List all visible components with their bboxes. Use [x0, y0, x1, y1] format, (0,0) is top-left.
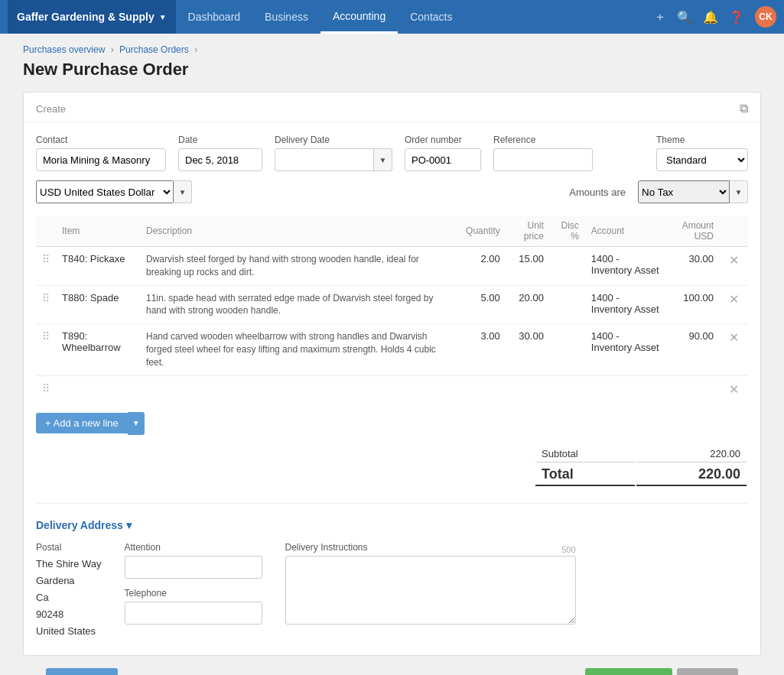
tax-select[interactable]: No Tax Tax Inclusive Tax Exclusive — [638, 180, 730, 203]
user-avatar[interactable]: CK — [755, 6, 776, 28]
help-icon[interactable]: ❓ — [729, 10, 744, 24]
breadcrumb-purchases[interactable]: Purchases overview — [23, 44, 105, 55]
item-account-cell: 1400 - Inventory Asset — [585, 324, 665, 375]
date-label: Date — [178, 135, 262, 145]
subtotal-value: 220.00 — [636, 446, 747, 462]
currency-group: USD United States Dollar ▼ — [36, 180, 192, 203]
contact-label: Contact — [36, 135, 166, 145]
date-group: Date — [178, 135, 262, 171]
col-amount: Amount USD — [665, 216, 720, 247]
form-row-1: Contact Date Delivery Date ▼ Order numbe… — [24, 122, 760, 171]
attention-input[interactable] — [125, 556, 262, 579]
delivery-section: Delivery Address ▾ Postal The Shire Way … — [24, 504, 760, 640]
delivery-header-icon: ▾ — [126, 519, 132, 531]
char-count: 500 — [561, 545, 575, 554]
navbar: Gaffer Gardening & Supply ▼ Dashboard Bu… — [0, 0, 784, 34]
brand-chevron-icon: ▼ — [159, 13, 167, 21]
col-desc: Description — [140, 216, 460, 247]
order-number-input[interactable] — [405, 148, 481, 171]
footer-actions: Save ▼ Approve ▼ Cancel — [23, 656, 761, 675]
delivery-date-label: Delivery Date — [275, 135, 392, 145]
nav-dashboard[interactable]: Dashboard — [176, 0, 253, 34]
approve-group: Approve ▼ — [585, 668, 672, 675]
table-row: ⠿ T840: Pickaxe Dwarvish steel forged by… — [36, 247, 748, 286]
approve-button[interactable]: Approve — [585, 668, 652, 675]
remove-row-button[interactable]: ✕ — [726, 253, 742, 268]
telephone-label: Telephone — [125, 588, 262, 599]
col-item: Item — [56, 216, 140, 247]
item-account-cell: 1400 - Inventory Asset — [585, 247, 665, 286]
reference-input[interactable] — [493, 148, 593, 171]
nav-accounting[interactable]: Accounting — [320, 0, 398, 34]
item-qty-cell: 5.00 — [460, 285, 506, 324]
item-name-cell: T880: Spade — [56, 285, 140, 324]
nav-contacts[interactable]: Contacts — [398, 0, 464, 34]
approve-dropdown-btn[interactable]: ▼ — [652, 668, 672, 675]
delivery-date-field: ▼ — [275, 148, 392, 171]
remove-row-button[interactable]: ✕ — [726, 330, 742, 345]
expand-icon[interactable]: ⧉ — [740, 102, 748, 115]
delivery-address-header[interactable]: Delivery Address ▾ — [36, 519, 132, 531]
delivery-postal: Postal The Shire Way Gardena Ca 90248 Un… — [36, 542, 102, 640]
item-qty-cell: 2.00 — [460, 247, 506, 286]
order-number-group: Order number — [405, 135, 481, 171]
reference-group: Reference — [493, 135, 593, 171]
save-group: Save ▼ — [46, 668, 118, 675]
nav-links: Dashboard Business Accounting Contacts — [176, 0, 654, 34]
delivery-date-input[interactable] — [275, 148, 374, 171]
cancel-button[interactable]: Cancel — [677, 668, 738, 675]
contact-input[interactable] — [36, 148, 166, 171]
totals-section: Subtotal 220.00 Total 220.00 — [24, 444, 760, 488]
delivery-attention: Attention — [125, 542, 262, 579]
card-header: Create ⧉ — [24, 92, 760, 122]
currency-dropdown-btn[interactable]: ▼ — [174, 180, 192, 203]
drag-handle[interactable]: ⠿ — [42, 382, 50, 394]
add-line-button[interactable]: + Add a new line — [36, 413, 128, 433]
remove-row-button[interactable]: ✕ — [726, 382, 742, 397]
table-row-empty: ⠿ ✕ — [36, 375, 748, 403]
attention-telephone-group: Attention Telephone — [125, 542, 262, 640]
brand-button[interactable]: Gaffer Gardening & Supply ▼ — [8, 0, 176, 34]
item-price-cell: 20.00 — [506, 285, 550, 324]
nav-business[interactable]: Business — [252, 0, 320, 34]
form-row-2: USD United States Dollar ▼ Amounts are N… — [24, 171, 760, 203]
drag-handle[interactable]: ⠿ — [42, 330, 50, 342]
item-desc-cell: Dwarvish steel forged by hand with stron… — [140, 247, 460, 286]
bell-icon[interactable]: 🔔 — [703, 10, 718, 24]
postal-label: Postal — [36, 542, 102, 553]
breadcrumb-sep1: › — [111, 44, 116, 55]
item-account-cell: 1400 - Inventory Asset — [585, 285, 665, 324]
instructions-textarea[interactable] — [285, 556, 576, 625]
delivery-fields: Postal The Shire Way Gardena Ca 90248 Un… — [36, 542, 748, 640]
item-qty-cell: 3.00 — [460, 324, 506, 375]
delivery-date-group: Delivery Date ▼ — [275, 135, 392, 171]
item-amount-cell: 30.00 — [665, 247, 720, 286]
breadcrumb-sep2: › — [194, 44, 197, 55]
instructions-label: Delivery Instructions — [285, 542, 368, 553]
currency-select[interactable]: USD United States Dollar — [36, 180, 174, 203]
theme-select[interactable]: Standard Modern Classic — [656, 148, 748, 171]
delivery-date-picker-btn[interactable]: ▼ — [374, 148, 392, 171]
remove-row-button[interactable]: ✕ — [726, 292, 742, 307]
save-button[interactable]: Save — [46, 668, 98, 675]
form-card: Create ⧉ Contact Date Delivery Date ▼ Or — [23, 92, 761, 656]
page-title: New Purchase Order — [23, 60, 761, 80]
telephone-input[interactable] — [125, 602, 262, 625]
date-input[interactable] — [178, 148, 262, 171]
save-dropdown-btn[interactable]: ▼ — [98, 668, 118, 675]
drag-handle[interactable]: ⠿ — [42, 292, 50, 304]
nav-right: ＋ 🔍 🔔 ❓ CK — [654, 6, 776, 28]
col-price: Unit price — [506, 216, 550, 247]
item-desc-cell: 11in. spade head with serrated edge made… — [140, 285, 460, 324]
tax-dropdown-btn[interactable]: ▼ — [730, 180, 748, 203]
item-price-cell: 30.00 — [506, 324, 550, 375]
search-icon[interactable]: 🔍 — [677, 10, 692, 24]
total-value: 220.00 — [636, 464, 747, 486]
delivery-address-lines: The Shire Way Gardena Ca 90248 United St… — [36, 556, 102, 640]
plus-icon[interactable]: ＋ — [654, 9, 666, 25]
add-line-dropdown-btn[interactable]: ▼ — [128, 412, 145, 435]
drag-handle[interactable]: ⠿ — [42, 253, 50, 265]
total-label: Total — [535, 464, 635, 486]
breadcrumb-orders[interactable]: Purchase Orders — [119, 44, 189, 55]
tax-group: No Tax Tax Inclusive Tax Exclusive ▼ — [638, 180, 748, 203]
